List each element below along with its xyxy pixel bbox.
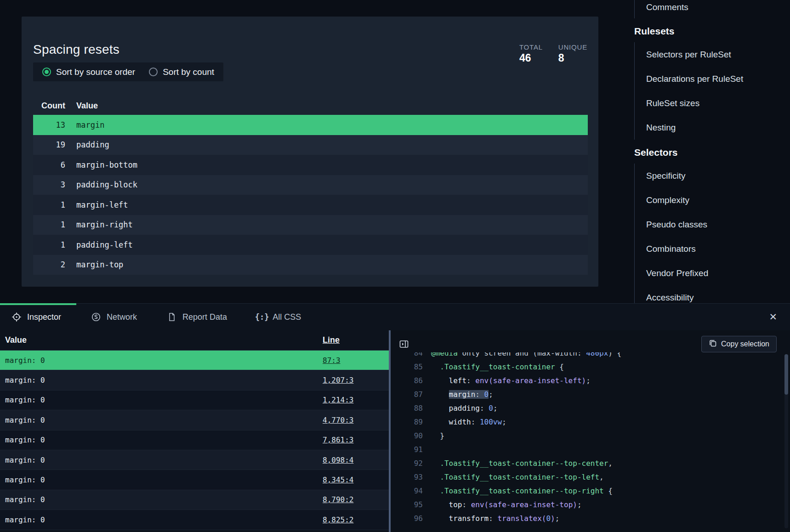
- result-row[interactable]: margin: 08,825:2: [0, 510, 389, 530]
- close-panel-button[interactable]: ✕: [769, 311, 777, 323]
- line-number: 90: [391, 429, 431, 443]
- toc-sidebar: CommentsRulesetsSelectors per RuleSetDec…: [634, 0, 788, 310]
- code-scroll-area[interactable]: 84@media only screen and (max-width: 480…: [391, 352, 784, 532]
- line-number: 91: [391, 443, 431, 457]
- sidebar-item-combinators[interactable]: Combinators: [635, 237, 788, 261]
- copy-selection-button[interactable]: Copy selection: [701, 336, 777, 352]
- sidebar-heading-rulesets: Rulesets: [634, 18, 788, 42]
- tab-label: Network: [107, 312, 137, 322]
- sidebar-item-nesting[interactable]: Nesting: [635, 115, 788, 140]
- tab-list: InspectorNetworkReport Data{:}All CSS: [11, 311, 301, 323]
- code-viewer: Copy selection 84@media only screen and …: [391, 330, 790, 532]
- spacing-table-header: Count Value: [33, 96, 588, 115]
- sidebar-item-declarations-per-ruleset[interactable]: Declarations per RuleSet: [635, 67, 788, 91]
- copy-selection-label: Copy selection: [721, 340, 769, 348]
- spacing-table-row[interactable]: 2margin-top: [33, 255, 588, 275]
- row-value: margin: [76, 120, 104, 130]
- results-header: Value Line: [0, 330, 389, 351]
- tab-report-data[interactable]: Report Data: [166, 311, 227, 323]
- tab-network[interactable]: Network: [91, 311, 137, 323]
- line-number: 86: [391, 374, 431, 388]
- result-value: margin: 0: [0, 416, 45, 424]
- close-icon: ✕: [769, 311, 777, 322]
- code-line: 95 top: env(safe-area-inset-top);: [391, 498, 784, 512]
- line-link[interactable]: 87:3: [323, 356, 341, 365]
- code-text: padding: 0;: [431, 402, 498, 415]
- network-icon: [91, 311, 102, 323]
- row-value: padding: [76, 140, 109, 149]
- line-number: 93: [391, 470, 431, 484]
- inspector-tab-bar: InspectorNetworkReport Data{:}All CSS ✕: [0, 304, 790, 330]
- result-row[interactable]: margin: 01,207:3: [0, 370, 389, 390]
- result-row[interactable]: margin: 07,861:3: [0, 430, 389, 450]
- spacing-table-row[interactable]: 3padding-block: [33, 175, 588, 195]
- row-value: margin-bottom: [76, 160, 137, 170]
- result-row[interactable]: margin: 087:3: [0, 351, 389, 370]
- spacing-table-row[interactable]: 1padding-left: [33, 235, 588, 255]
- line-link[interactable]: 8,098:4: [323, 456, 353, 464]
- expand-code-panel-button[interactable]: [398, 339, 410, 351]
- card-title: Spacing resets: [33, 42, 119, 57]
- sidebar-item-selectors-per-ruleset[interactable]: Selectors per RuleSet: [635, 42, 788, 67]
- spacing-table-row[interactable]: 6margin-bottom: [33, 155, 588, 175]
- code-text: left: env(safe-area-inset-left);: [431, 374, 591, 388]
- sort-option-label: Sort by count: [163, 67, 214, 77]
- result-value: margin: 0: [0, 475, 45, 484]
- spacing-table-row[interactable]: 19padding: [33, 135, 588, 155]
- spacing-table-row[interactable]: 1margin-right: [33, 215, 588, 235]
- sidebar-item-complexity[interactable]: Complexity: [635, 188, 788, 212]
- target-icon: [11, 311, 22, 323]
- tab-inspector[interactable]: Inspector: [11, 311, 61, 323]
- code-lines: 84@media only screen and (max-width: 480…: [391, 352, 784, 526]
- sidebar-item-pseudo-classes[interactable]: Pseudo classes: [635, 212, 788, 237]
- code-line: 91: [391, 443, 784, 457]
- code-text: }: [431, 429, 444, 443]
- row-value: margin-left: [76, 200, 128, 209]
- line-link[interactable]: 4,770:3: [323, 416, 353, 424]
- code-line: 88 padding: 0;: [391, 402, 784, 415]
- spacing-table-row[interactable]: 1margin-left: [33, 195, 588, 215]
- result-row[interactable]: margin: 08,790:2: [0, 490, 389, 510]
- sidebar-item-comments[interactable]: Comments: [635, 0, 788, 18]
- results-line-header[interactable]: Line: [323, 335, 340, 345]
- row-value: padding-block: [76, 180, 137, 189]
- line-link[interactable]: 8,790:2: [323, 495, 353, 504]
- tab-all-css[interactable]: {:}All CSS: [256, 311, 301, 323]
- sidebar-item-vendor-prefixed[interactable]: Vendor Prefixed: [635, 261, 788, 285]
- line-link[interactable]: 7,861:3: [323, 436, 353, 444]
- line-link[interactable]: 8,345:4: [323, 475, 353, 484]
- result-value: margin: 0: [0, 436, 45, 444]
- result-value: margin: 0: [0, 376, 45, 385]
- code-text: width: 100vw;: [431, 415, 506, 429]
- code-line: 90 }: [391, 429, 784, 443]
- sidebar-item-ruleset-sizes[interactable]: RuleSet sizes: [635, 91, 788, 115]
- spacing-table-body: 13margin19padding6margin-bottom3padding-…: [33, 115, 588, 275]
- spacing-table: Count Value 13margin19padding6margin-bot…: [33, 96, 588, 275]
- code-text: .Toastify__toast-container--top-right {: [431, 484, 613, 498]
- result-row[interactable]: margin: 01,214:3: [0, 391, 389, 410]
- braces-icon: {:}: [256, 311, 267, 323]
- code-text: transform: translatex(0);: [431, 512, 559, 526]
- line-number: 92: [391, 457, 431, 470]
- line-number: 85: [391, 360, 431, 374]
- result-row[interactable]: margin: 08,345:4: [0, 470, 389, 490]
- sidebar-item-specificity[interactable]: Specificity: [635, 164, 788, 188]
- sort-option-sort-by-count[interactable]: Sort by count: [149, 67, 214, 77]
- row-value: padding-left: [76, 240, 133, 249]
- code-line: 86 left: env(safe-area-inset-left);: [391, 374, 784, 388]
- card-stats: TOTAL 46 UNIQUE 8: [519, 43, 587, 64]
- code-scrollbar[interactable]: [784, 354, 788, 528]
- spacing-table-row[interactable]: 13margin: [33, 115, 588, 135]
- sort-option-sort-by-source-order[interactable]: Sort by source order: [42, 67, 135, 77]
- line-link[interactable]: 1,214:3: [323, 396, 353, 404]
- result-row[interactable]: margin: 04,770:3: [0, 410, 389, 430]
- code-line: 94 .Toastify__toast-container--top-right…: [391, 484, 784, 498]
- line-link[interactable]: 1,207:3: [323, 376, 353, 385]
- code-line: 92 .Toastify__toast-container--top-cente…: [391, 457, 784, 470]
- expand-panel-icon: [399, 340, 409, 350]
- code-scrollbar-thumb[interactable]: [784, 354, 788, 395]
- document-icon: [166, 311, 177, 323]
- sort-option-label: Sort by source order: [56, 67, 135, 77]
- line-link[interactable]: 8,825:2: [323, 515, 353, 524]
- result-row[interactable]: margin: 08,098:4: [0, 450, 389, 470]
